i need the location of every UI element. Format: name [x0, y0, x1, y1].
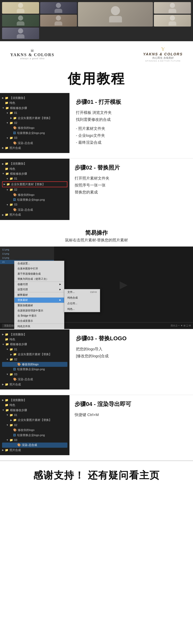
video-grid-section	[0, 0, 193, 41]
tree-item: ▼ 📁 模板修改步骤	[2, 171, 67, 176]
step02-section: 步骤02 - 替换照片 打开照片素材文件夹按照序号一张一张替换您的素成 ▶ 📁 …	[0, 159, 193, 225]
menu-item-show-in-bridge[interactable]: 在 Bridge 中显示	[14, 313, 64, 318]
menu-item-interpret[interactable]: 解释素材	[14, 292, 64, 298]
bottom-title: 感谢支持！ 还有疑问看主页	[0, 469, 193, 482]
step02-info: 步骤02 - 替换照片 打开照片素材文件夹按照序号一张一张替换您的素成	[69, 159, 193, 201]
video-cell-7	[154, 15, 191, 26]
tree-item: ▼ 📁 02	[2, 121, 67, 125]
list-item: 最终渲染合成	[76, 139, 188, 146]
tree-item: ▼ 📁 03	[2, 135, 67, 140]
ae-interface: 12.png 13.png 14.png 15 合成设置... 在基本图形中打开…	[0, 247, 193, 329]
menu-item-reload[interactable]: 重新加载素材	[14, 303, 64, 308]
menu-item-set-proxy[interactable]: 设置代理▶	[14, 287, 64, 292]
logo-left-brand: YAKNS & COLORS	[10, 53, 54, 57]
step04-title: 步骤04 - 渲染导出即可	[75, 400, 187, 408]
tree-item: ▼ 📁 03	[2, 438, 67, 443]
menu-item-replace-same[interactable]: 替换为同合成（使用 2 次）	[14, 276, 64, 282]
video-cell-6	[40, 15, 77, 26]
menu-item-comp-settings[interactable]: 合成设置...	[14, 261, 64, 266]
tree-item: ▼ 📁 模板修改步骤	[2, 106, 67, 111]
ae-controls-label: 四分之一 ▼ ⊞ ❑ ⚙	[171, 324, 191, 327]
logo-left-tagline: always a good idea	[20, 57, 45, 60]
tree-item: ▼ 📁 01	[2, 111, 67, 115]
ae-project-panel: 12.png 13.png 14.png 15 合成设置... 在基本图形中打开…	[0, 247, 54, 329]
ae-panel-row: 12.png	[0, 248, 54, 252]
submenu-solid-comp[interactable]: 纯色合成	[64, 295, 100, 301]
step01-info: 步骤01 - 打开模板 打开模板 浏览文件夹找到需要修改的合成 照片素材文件夹 …	[69, 93, 193, 151]
bottom-thank-section: 感谢支持！ 还有疑问看主页	[0, 460, 193, 492]
tree-item-selected: ▶ 🎨 渲染-总合成	[2, 443, 67, 447]
step01-title: 步骤01 - 打开模板	[76, 98, 188, 106]
submenu-solid[interactable]: 纯色...	[64, 306, 100, 312]
tree-item: ▶ 🎨 渲染-总合成	[2, 377, 67, 382]
tree-item: ▶ 🖼 垃圾替换企业logo.png	[2, 367, 67, 372]
tree-item: ▶ 🖼 垃圾替换企业logo.png	[2, 131, 67, 135]
tree-item: ▼ 📁 01	[2, 347, 67, 352]
menu-item-create-from-selected[interactable]: 基于所选项创建合成	[14, 271, 64, 276]
ae-panel-row: 14.png	[0, 256, 54, 260]
ae-right-area: ▶	[54, 247, 193, 329]
step04-desc: 快捷键 Ctrl+M	[75, 411, 187, 418]
step02-desc: 打开照片素材文件夹按照序号一张一张替换您的素成	[75, 175, 187, 196]
tree-item: ▶ 📁 照片合成	[2, 146, 67, 150]
tree-item: ▼ 📁 03	[2, 202, 67, 207]
tree-item: ▼ 📁 03	[2, 372, 67, 377]
tree-item: ▶ 📁 企业矢量图片素材【替换】	[2, 116, 67, 121]
tree-item-selected: ▶ 🎨 修改你的logo	[2, 362, 67, 367]
tree-item: ▶ 📁 【清剪删除】	[2, 332, 67, 337]
tree-item: ▶ 📁 纯色	[2, 403, 67, 408]
step03-file-tree: ▶ 📁 【清剪删除】 ▶ 📁 纯色 ▼ 📁 模板修改步骤 ▼ 📁 01 ▶ 📁 …	[0, 329, 69, 389]
submenu-placeholder[interactable]: 占位符...	[64, 301, 100, 306]
menu-item-show-in-explorer[interactable]: 在源资源管理器中显示	[14, 308, 64, 313]
simple-op-title: 简易操作	[0, 229, 193, 237]
tree-item: ▼ 📁 模板修改步骤	[2, 342, 67, 347]
menu-item-create-proxy[interactable]: 创建代理▶	[14, 282, 64, 287]
step02-title: 步骤02 - 替换照片	[75, 164, 187, 172]
tree-item: ▶ 🎨 修改你的logo	[2, 125, 67, 130]
tree-item: ▶ 🖼 垃圾替换企业logo.png	[2, 197, 67, 202]
tree-item: ▶ 📁 照片合成	[2, 448, 67, 453]
menu-item-solid-folder[interactable]: 纯色文件夹	[14, 324, 64, 329]
step04-info: 步骤04 - 渲染导出即可 快捷键 Ctrl+M	[69, 395, 193, 423]
ae-panel-row: 13.png	[0, 252, 54, 256]
tutorial-main-title: 使用教程	[0, 70, 193, 88]
tree-item: ▶ 📁 【清剪删除】	[2, 161, 67, 166]
tree-item: ▶ 📁 照片合成	[2, 212, 67, 217]
list-item: 照片素材文件夹	[76, 125, 188, 132]
step03-desc: 把您的logo导入[修改您的logo]合成	[76, 345, 188, 359]
tree-item: ▶ 📁 【清剪删除】	[2, 398, 67, 403]
tree-item: ▼ 📁 02	[2, 187, 67, 192]
logo-right-brand: YAKNS & COLORS	[143, 52, 183, 56]
tree-item: ▼ 📁 02	[2, 357, 67, 362]
step01-desc: 打开模板 浏览文件夹找到需要修改的合成	[76, 109, 188, 123]
ae-submenu: 文件...Ctrl+H 纯色合成 占位符... 纯色...	[64, 289, 100, 312]
submenu-file[interactable]: 文件...Ctrl+H	[64, 289, 100, 295]
tree-item: ▶ 📁 企业矢量图片素材【替换】	[2, 352, 67, 357]
tree-item: ▶ 🎨 修改你的logo	[2, 192, 67, 197]
menu-item-replace-footage[interactable]: 替换素材▶	[14, 298, 64, 303]
tree-item: ▶ 📁 纯色	[2, 166, 67, 171]
menu-item-show-in-comp[interactable]: 在合成里显示	[14, 318, 64, 324]
video-cell-4	[154, 2, 191, 14]
list-item: 企业logo文件夹	[76, 132, 188, 139]
tree-item: ▶ 📁 照片合成	[2, 382, 67, 387]
step01-list: 照片素材文件夹 企业logo文件夹 最终渲染合成	[76, 125, 188, 146]
tree-item: ▼ 📁 模板修改步骤	[2, 408, 67, 413]
tree-item: ▶ 📁 【清剪删除】	[2, 96, 67, 100]
tree-item: ▶ 📁 企业矢量图片素材【替换】	[2, 418, 67, 422]
tutorial-title-section: 使用教程	[0, 67, 193, 93]
tree-item: ▼ 📁 02	[2, 423, 67, 428]
video-cell-main	[78, 2, 153, 27]
tree-item: ▶ 🖼 垃圾替换企业logo.png	[2, 433, 67, 438]
tree-item: ▼ 📁 01	[2, 413, 67, 418]
logo-left: 🏛 YAKNS & COLORS always a good idea	[10, 49, 54, 60]
tree-item: ▶ 🎨 修改你的logo	[2, 428, 67, 433]
simple-op-section: 简易操作 鼠标右击照片素材-替换您的照片素材	[0, 225, 193, 247]
menu-item-open-basic[interactable]: 在基本图形中打开	[14, 266, 64, 271]
step04-file-tree: ▶ 📁 【清剪删除】 ▶ 📁 纯色 ▼ 📁 模板修改步骤 ▼ 📁 01 ▶ 📁 …	[0, 395, 69, 455]
logo-right-tagline-cn: 向心而生 永续美好	[152, 56, 174, 60]
video-cell-2	[40, 2, 77, 14]
tree-item: ▶ 📁 纯色	[2, 100, 67, 105]
video-cell-5	[2, 15, 39, 26]
ae-context-menu: 合成设置... 在基本图形中打开 基于所选项创建合成 替换为同合成（使用 2 次…	[14, 261, 64, 329]
